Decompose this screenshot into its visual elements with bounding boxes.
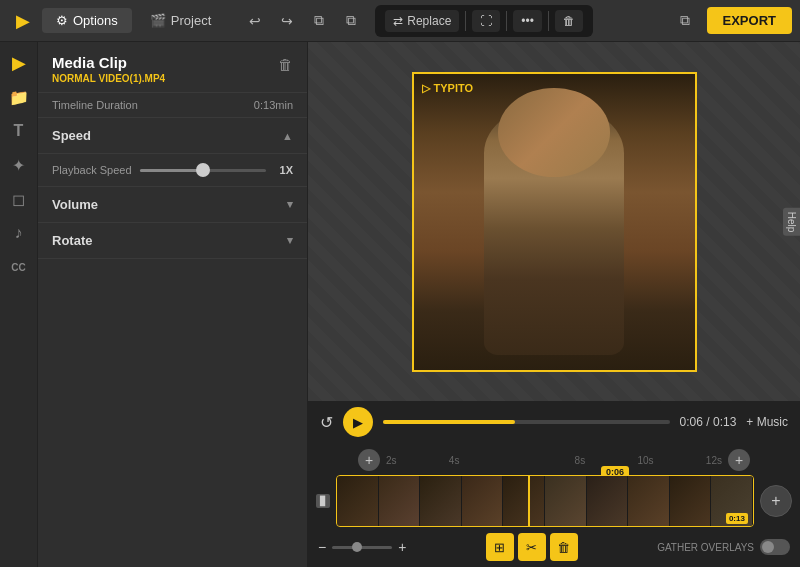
sidebar-item-shapes[interactable]: ◻ [4,184,34,214]
redo-button[interactable]: ↪ [273,7,301,35]
media-clip-delete-icon[interactable]: 🗑 [278,56,293,73]
media-clip-subtitle: NORMAL VIDEO(1).MP4 [52,73,165,84]
track-tools: ⊞ ✂ 🗑 [486,533,578,561]
ruler-labels: 2s 4s 6s 8s 10s 12s [386,455,722,466]
gather-overlays-label: GATHER OVERLAYS [657,542,754,553]
current-time: 0:06 [680,415,703,429]
duration-row: Timeline Duration 0:13min [38,93,307,118]
toolbar-sep-1 [465,11,466,31]
sidebar-item-media[interactable]: ▶ [4,48,34,78]
tab-options[interactable]: ⚙ Options [42,8,132,33]
export-button[interactable]: EXPORT [707,7,792,34]
total-time: 0:13 [713,415,736,429]
sidebar-item-music[interactable]: ♪ [4,218,34,248]
sidebar-item-captions[interactable]: CC [4,252,34,282]
copy-button[interactable]: ⧉ [305,7,333,35]
toolbar-sep-2 [506,11,507,31]
duplicate-button[interactable]: ⧉ [671,7,699,35]
options-tab-label: Options [73,13,118,28]
track-end-badge: 0:13 [726,513,748,524]
ruler-2s: 2s [386,455,397,466]
rotate-chevron-icon: ▾ [287,234,293,247]
rotate-section-header[interactable]: Rotate ▾ [38,223,307,259]
replace-button[interactable]: ⇄ Replace [385,10,459,32]
project-tab-label: Project [171,13,211,28]
volume-label: Volume [52,197,98,212]
playback-speed-slider-fill [140,169,203,172]
volume-chevron-icon: ▾ [287,198,293,211]
project-tab-icon: 🎬 [150,13,166,28]
cut-tool-button[interactable]: ✂ [518,533,546,561]
gather-overlays-toggle[interactable] [760,539,790,555]
timeline-bottom: − + ⊞ ✂ 🗑 [308,527,800,567]
crop-icon: ⛶ [480,14,492,28]
tab-project[interactable]: 🎬 Project [136,8,225,33]
canvas-area: ▷ TYPITO Help [308,42,800,401]
track-frame-2 [379,476,421,526]
sidebar-item-effects[interactable]: ✦ [4,150,34,180]
sidebar-item-folder[interactable]: 📁 [4,82,34,112]
typito-icon: ▷ [422,82,430,95]
playback-speed-row: Playback Speed 1X [52,164,293,176]
timeline-end-button[interactable]: + [760,485,792,517]
sidebar-item-text[interactable]: T [4,116,34,146]
playhead-line [528,476,530,526]
ruler-12s: 12s [706,455,722,466]
crop-button[interactable]: ⛶ [472,10,500,32]
volume-section-header[interactable]: Volume ▾ [38,187,307,223]
logo-icon[interactable]: ▶ [8,6,38,36]
track-frame-9 [670,476,712,526]
track-left-handle[interactable]: ▊ [316,494,330,508]
progress-fill [383,420,515,424]
delete-media-button[interactable]: 🗑 [555,10,583,32]
track-frame-5 [503,476,545,526]
delete-media-icon: 🗑 [563,14,575,28]
top-bar-right: ⧉ EXPORT [671,7,792,35]
playback-speed-label: Playback Speed [52,164,132,176]
time-display: 0:06 / 0:13 [680,415,737,429]
preview-area: ▷ TYPITO Help ↺ ▶ 0:06 / 0:13 + Music [308,42,800,567]
track-frame-6 [545,476,587,526]
top-bar-left: ▶ ⚙ Options 🎬 Project [8,6,225,36]
duration-value: 0:13min [254,99,293,111]
sidebar-icons: ▶ 📁 T ✦ ◻ ♪ CC [0,42,38,567]
toolbar-sep-3 [548,11,549,31]
timeline-track: ▊ 0:13 [308,475,800,527]
track-frame-1 [337,476,379,526]
music-button[interactable]: + Music [746,415,788,429]
zoom-in-button[interactable]: + [398,539,406,555]
restart-icon: ↺ [320,413,333,432]
video-frame: ▷ TYPITO [412,72,697,372]
playback-speed-slider-container [140,169,266,172]
timeline-area: + 2s 4s 6s 8s 10s 12s 0:06 + ▊ [308,443,800,567]
speed-label: Speed [52,128,91,143]
zoom-out-button[interactable]: − [318,539,326,555]
help-button[interactable]: Help [783,207,800,236]
playback-speed-slider-thumb[interactable] [196,163,210,177]
undo-button[interactable]: ↩ [241,7,269,35]
top-bar: ▶ ⚙ Options 🎬 Project ↩ ↪ ⧉ ⧉ ⇄ Replace … [0,0,800,42]
rotate-label: Rotate [52,233,92,248]
play-button[interactable]: ▶ [343,407,373,437]
ruler-4s: 4s [449,455,460,466]
ruler-10s: 10s [637,455,653,466]
duration-label: Timeline Duration [52,99,138,111]
timeline-add-right-button[interactable]: + [728,449,750,471]
media-clip-header: Media Clip NORMAL VIDEO(1).MP4 🗑 [38,42,307,93]
gather-overlays: GATHER OVERLAYS [657,539,790,555]
track-frame-10: 0:13 [711,476,753,526]
more-icon: ••• [521,14,534,28]
restart-button[interactable]: ↺ [320,413,333,432]
playback-speed-slider-track[interactable] [140,169,266,172]
timeline-add-left-button[interactable]: + [358,449,380,471]
progress-bar[interactable] [383,420,670,424]
delete-tool-button[interactable]: 🗑 [550,533,578,561]
play-icon: ▶ [353,415,363,430]
more-button[interactable]: ••• [513,10,542,32]
split-tool-button[interactable]: ⊞ [486,533,514,561]
track-frame-8 [628,476,670,526]
paste-button[interactable]: ⧉ [337,7,365,35]
speed-section-header[interactable]: Speed ▲ [38,118,307,154]
zoom-slider[interactable] [332,546,392,549]
track-frame-4 [462,476,504,526]
